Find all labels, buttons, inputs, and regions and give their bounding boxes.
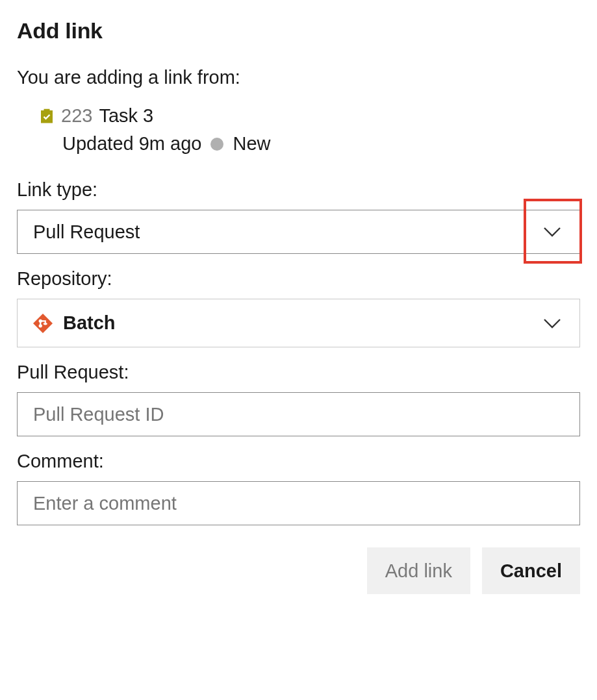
work-item-state: New xyxy=(233,133,270,155)
work-item-reference: 223 Task 3 Updated 9m ago New xyxy=(17,105,580,155)
link-type-label: Link type: xyxy=(17,179,580,201)
git-repo-icon xyxy=(33,314,53,333)
work-item-title: Task 3 xyxy=(99,105,153,127)
repository-label: Repository: xyxy=(17,268,580,290)
state-dot-icon xyxy=(210,138,223,151)
link-type-field-group: Link type: Pull Request xyxy=(17,179,580,254)
pull-request-field-group: Pull Request: xyxy=(17,362,580,436)
link-type-value: Pull Request xyxy=(33,221,140,243)
repository-select[interactable]: Batch xyxy=(17,299,580,347)
dialog-title: Add link xyxy=(17,18,580,44)
add-link-button[interactable]: Add link xyxy=(367,547,470,594)
task-icon xyxy=(39,108,55,124)
pull-request-input[interactable] xyxy=(17,392,580,436)
cancel-button[interactable]: Cancel xyxy=(482,547,580,594)
svg-rect-1 xyxy=(44,108,50,112)
work-item-updated: Updated 9m ago xyxy=(62,133,201,155)
comment-input[interactable] xyxy=(17,481,580,525)
repository-field-group: Repository: Batch xyxy=(17,268,580,347)
work-item-id: 223 xyxy=(61,105,92,127)
chevron-down-icon xyxy=(540,220,564,244)
intro-text: You are adding a link from: xyxy=(17,67,580,88)
comment-field-group: Comment: xyxy=(17,451,580,525)
comment-label: Comment: xyxy=(17,451,580,472)
chevron-down-icon xyxy=(540,312,564,335)
link-type-select[interactable]: Pull Request xyxy=(17,210,580,254)
dialog-button-row: Add link Cancel xyxy=(17,547,580,594)
repository-value: Batch xyxy=(63,312,116,334)
pull-request-label: Pull Request: xyxy=(17,362,580,383)
